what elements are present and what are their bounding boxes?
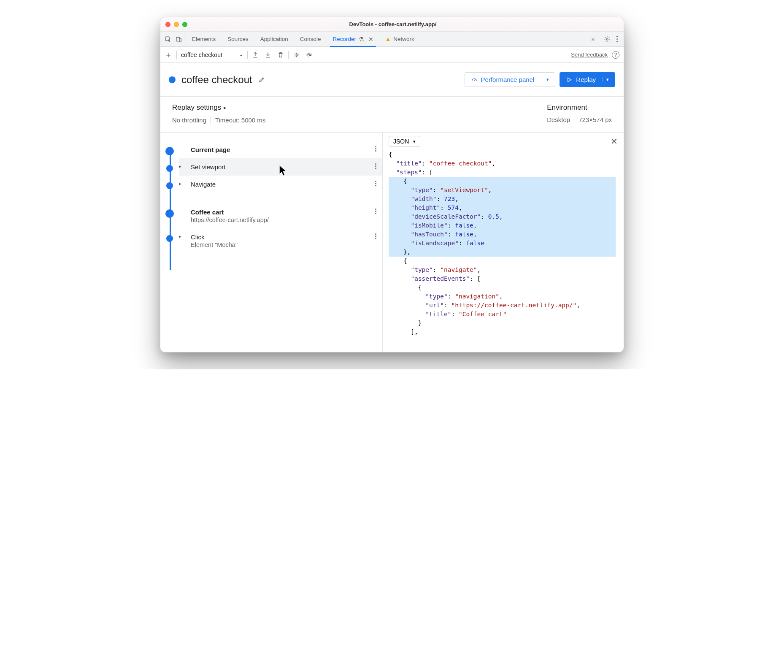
device-type: Desktop — [547, 116, 570, 123]
step-menu-icon[interactable] — [375, 209, 376, 214]
close-code-panel-icon[interactable]: ✕ — [611, 136, 618, 146]
minimize-window-icon[interactable] — [174, 22, 179, 27]
close-tab-icon[interactable]: ✕ — [368, 36, 373, 43]
maximize-window-icon[interactable] — [182, 22, 187, 27]
step-sublabel: https://coffee-cart.netlify.app/ — [191, 217, 269, 223]
step-menu-icon[interactable] — [375, 146, 376, 152]
edit-title-icon[interactable] — [258, 76, 265, 83]
step-row[interactable]: ▸Set viewport — [179, 158, 382, 176]
throttling-value: No throttling — [172, 117, 206, 124]
code-panel: JSON ▾ ✕ { "title": "coffee checkout", "… — [383, 133, 624, 352]
timeline-node-icon — [165, 209, 174, 218]
replay-button[interactable]: Replay ▾ — [560, 72, 615, 87]
main-content: Current page▸Set viewport▸NavigateCoffee… — [160, 133, 624, 352]
chevron-down-icon[interactable]: ▾ — [542, 77, 549, 82]
step-label: Coffee cart — [191, 209, 269, 216]
chevron-down-icon: ▾ — [413, 139, 416, 144]
delete-icon[interactable] — [277, 51, 284, 58]
tab-elements[interactable]: Elements — [186, 32, 222, 46]
environment-label: Environment — [547, 103, 612, 112]
tab-network[interactable]: ▲ Network — [379, 32, 420, 46]
timeline-node-icon — [166, 165, 173, 172]
send-feedback-link[interactable]: Send feedback — [571, 51, 608, 58]
recording-selector[interactable]: coffee checkout ⌄ — [181, 51, 243, 58]
help-icon[interactable]: ? — [612, 51, 619, 59]
step-sublabel: Element "Mocha" — [191, 241, 238, 248]
step-menu-icon[interactable] — [375, 163, 376, 169]
step-row[interactable]: Current page — [179, 141, 382, 158]
new-recording-icon[interactable]: ＋ — [165, 50, 172, 60]
step-label: Current page — [191, 146, 230, 153]
viewport-dimensions: 723×574 px — [579, 116, 612, 123]
window-controls — [165, 22, 187, 27]
chevron-down-icon[interactable]: ▾ — [603, 77, 609, 82]
chevron-right-icon[interactable]: ▸ — [179, 163, 185, 169]
device-toggle-icon[interactable] — [176, 36, 182, 43]
step-row[interactable]: ▸Navigate — [179, 176, 382, 193]
settings-row: Replay settings ▸ No throttling Timeout:… — [160, 97, 624, 133]
step-label: Click — [191, 233, 238, 241]
panel-tabbar: ElementsSourcesApplicationConsoleRecorde… — [160, 32, 624, 47]
overflow-tabs-icon[interactable]: » — [585, 36, 600, 42]
gauge-icon — [471, 76, 478, 83]
recorder-toolbar: ＋ coffee checkout ⌄ Send feedback ? — [160, 47, 624, 63]
chevron-down-icon: ⌄ — [239, 52, 243, 57]
replay-settings-toggle[interactable]: Replay settings ▸ — [172, 103, 547, 112]
warning-icon: ▲ — [385, 36, 391, 42]
code-view[interactable]: { "title": "coffee checkout", "steps": [… — [383, 150, 624, 352]
performance-panel-button[interactable]: Performance panel ▾ — [465, 72, 556, 87]
chevron-right-icon[interactable]: ▸ — [179, 181, 185, 187]
flask-icon: ⚗ — [359, 36, 364, 43]
tab-console[interactable]: Console — [294, 32, 327, 46]
recording-header: coffee checkout Performance panel ▾ Repl… — [160, 63, 624, 97]
svg-point-3 — [606, 38, 608, 40]
timeline-node-icon — [166, 235, 173, 242]
tab-recorder[interactable]: Recorder ⚗ ✕ — [327, 32, 379, 46]
chevron-right-icon: ▸ — [224, 105, 226, 111]
timeline-node-icon — [166, 182, 173, 189]
kebab-menu-icon[interactable] — [616, 36, 618, 42]
step-row[interactable]: ▸ClickElement "Mocha" — [179, 228, 382, 253]
devtools-window: DevTools - coffee-cart.netlify.app/ Elem… — [160, 17, 624, 352]
timeout-value: Timeout: 5000 ms — [215, 117, 266, 124]
svg-point-4 — [308, 56, 309, 57]
timeline-node-icon — [165, 147, 174, 155]
inspect-element-icon[interactable] — [165, 36, 171, 43]
export-icon[interactable] — [252, 51, 259, 58]
chevron-right-icon[interactable]: ▸ — [179, 233, 185, 239]
window-title: DevTools - coffee-cart.netlify.app/ — [192, 21, 619, 27]
step-menu-icon[interactable] — [375, 233, 376, 239]
tab-application[interactable]: Application — [254, 32, 294, 46]
step-row[interactable]: Coffee carthttps://coffee-cart.netlify.a… — [179, 203, 382, 228]
step-over-icon[interactable] — [305, 51, 312, 58]
titlebar: DevTools - coffee-cart.netlify.app/ — [160, 17, 624, 32]
recording-title: coffee checkout — [181, 74, 252, 86]
recording-name: coffee checkout — [181, 51, 222, 58]
close-window-icon[interactable] — [165, 22, 170, 27]
step-replay-icon[interactable] — [293, 51, 300, 58]
tab-sources[interactable]: Sources — [222, 32, 254, 46]
step-menu-icon[interactable] — [375, 181, 376, 186]
recording-status-dot-icon — [169, 76, 176, 83]
settings-gear-icon[interactable] — [604, 36, 611, 43]
format-selector[interactable]: JSON ▾ — [389, 136, 420, 147]
import-icon[interactable] — [265, 51, 271, 58]
steps-timeline: Current page▸Set viewport▸NavigateCoffee… — [160, 133, 383, 352]
play-icon — [566, 76, 573, 83]
step-label: Set viewport — [191, 163, 226, 171]
step-label: Navigate — [191, 181, 216, 188]
